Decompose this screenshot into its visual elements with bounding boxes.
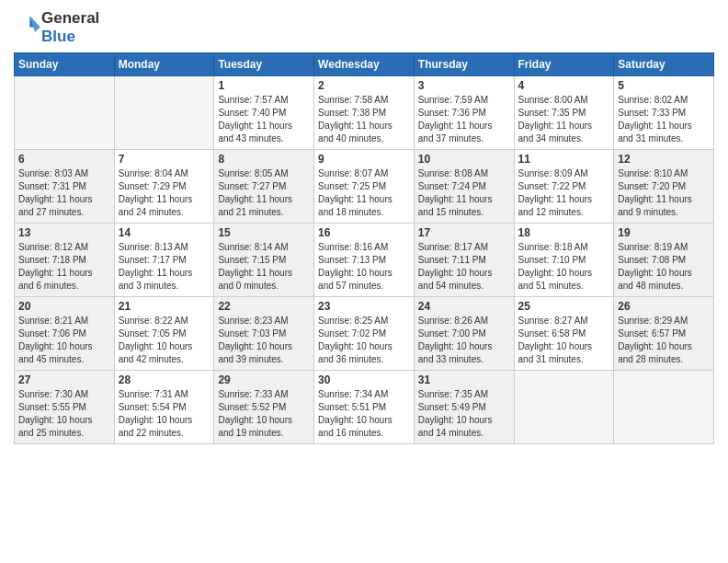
calendar-cell: 14Sunrise: 8:13 AM Sunset: 7:17 PM Dayli… xyxy=(114,224,214,297)
day-number: 8 xyxy=(218,153,310,166)
calendar-cell xyxy=(15,76,115,150)
calendar-cell: 4Sunrise: 8:00 AM Sunset: 7:35 PM Daylig… xyxy=(514,76,614,150)
calendar-cell: 10Sunrise: 8:08 AM Sunset: 7:24 PM Dayli… xyxy=(414,150,514,224)
day-number: 22 xyxy=(218,300,310,313)
calendar-cell: 17Sunrise: 8:17 AM Sunset: 7:11 PM Dayli… xyxy=(414,224,514,297)
day-info: Sunrise: 8:10 AM Sunset: 7:20 PM Dayligh… xyxy=(618,167,710,219)
day-number: 7 xyxy=(119,153,210,166)
day-info: Sunrise: 8:17 AM Sunset: 7:11 PM Dayligh… xyxy=(418,241,510,293)
page-header: General Blue xyxy=(14,9,714,45)
day-number: 16 xyxy=(318,226,410,239)
day-info: Sunrise: 8:22 AM Sunset: 7:05 PM Dayligh… xyxy=(119,315,210,366)
day-info: Sunrise: 8:08 AM Sunset: 7:24 PM Dayligh… xyxy=(418,167,510,219)
day-number: 6 xyxy=(18,153,110,166)
day-number: 24 xyxy=(418,300,510,313)
calendar-cell: 6Sunrise: 8:03 AM Sunset: 7:31 PM Daylig… xyxy=(15,150,115,224)
day-info: Sunrise: 8:12 AM Sunset: 7:18 PM Dayligh… xyxy=(18,241,110,293)
day-info: Sunrise: 7:34 AM Sunset: 5:51 PM Dayligh… xyxy=(318,388,410,440)
calendar-cell: 13Sunrise: 8:12 AM Sunset: 7:18 PM Dayli… xyxy=(15,224,115,297)
calendar-cell: 18Sunrise: 8:18 AM Sunset: 7:10 PM Dayli… xyxy=(514,224,614,297)
calendar-cell: 2Sunrise: 7:58 AM Sunset: 7:38 PM Daylig… xyxy=(314,76,415,150)
calendar-cell: 5Sunrise: 8:02 AM Sunset: 7:33 PM Daylig… xyxy=(614,76,714,150)
logo-icon xyxy=(16,13,41,39)
day-number: 20 xyxy=(18,300,110,313)
day-info: Sunrise: 8:13 AM Sunset: 7:17 PM Dayligh… xyxy=(119,241,210,293)
day-info: Sunrise: 7:30 AM Sunset: 5:55 PM Dayligh… xyxy=(18,388,110,440)
calendar-week-row: 20Sunrise: 8:21 AM Sunset: 7:06 PM Dayli… xyxy=(15,297,714,371)
calendar-cell: 16Sunrise: 8:16 AM Sunset: 7:13 PM Dayli… xyxy=(314,224,415,297)
day-info: Sunrise: 7:58 AM Sunset: 7:38 PM Dayligh… xyxy=(318,94,410,145)
calendar-cell: 23Sunrise: 8:25 AM Sunset: 7:02 PM Dayli… xyxy=(314,297,415,371)
day-info: Sunrise: 7:33 AM Sunset: 5:52 PM Dayligh… xyxy=(218,388,310,440)
header-saturday: Saturday xyxy=(614,53,714,76)
day-info: Sunrise: 8:26 AM Sunset: 7:00 PM Dayligh… xyxy=(418,315,510,366)
day-number: 31 xyxy=(418,373,510,386)
day-info: Sunrise: 8:18 AM Sunset: 7:10 PM Dayligh… xyxy=(518,241,610,293)
calendar-week-row: 6Sunrise: 8:03 AM Sunset: 7:31 PM Daylig… xyxy=(15,150,714,224)
day-info: Sunrise: 8:23 AM Sunset: 7:03 PM Dayligh… xyxy=(218,315,310,366)
day-info: Sunrise: 7:35 AM Sunset: 5:49 PM Dayligh… xyxy=(418,388,510,440)
day-number: 17 xyxy=(418,226,510,239)
calendar-cell: 20Sunrise: 8:21 AM Sunset: 7:06 PM Dayli… xyxy=(15,297,115,371)
day-info: Sunrise: 8:27 AM Sunset: 6:58 PM Dayligh… xyxy=(518,315,610,366)
calendar-cell: 25Sunrise: 8:27 AM Sunset: 6:58 PM Dayli… xyxy=(514,297,614,371)
day-info: Sunrise: 8:03 AM Sunset: 7:31 PM Dayligh… xyxy=(18,167,110,219)
calendar-cell: 31Sunrise: 7:35 AM Sunset: 5:49 PM Dayli… xyxy=(414,371,514,444)
calendar-cell: 19Sunrise: 8:19 AM Sunset: 7:08 PM Dayli… xyxy=(614,224,714,297)
logo-blue: Blue xyxy=(41,28,99,46)
day-number: 3 xyxy=(418,79,510,92)
calendar-week-row: 1Sunrise: 7:57 AM Sunset: 7:40 PM Daylig… xyxy=(15,76,714,150)
calendar-cell: 11Sunrise: 8:09 AM Sunset: 7:22 PM Dayli… xyxy=(514,150,614,224)
day-number: 2 xyxy=(318,79,410,92)
calendar-header-row: SundayMondayTuesdayWednesdayThursdayFrid… xyxy=(15,53,714,76)
header-tuesday: Tuesday xyxy=(214,53,314,76)
day-number: 9 xyxy=(318,153,410,166)
header-wednesday: Wednesday xyxy=(314,53,415,76)
calendar-cell: 26Sunrise: 8:29 AM Sunset: 6:57 PM Dayli… xyxy=(614,297,714,371)
day-number: 1 xyxy=(218,79,310,92)
calendar-table: SundayMondayTuesdayWednesdayThursdayFrid… xyxy=(14,52,714,444)
header-friday: Friday xyxy=(514,53,614,76)
header-thursday: Thursday xyxy=(414,53,514,76)
day-info: Sunrise: 8:16 AM Sunset: 7:13 PM Dayligh… xyxy=(318,241,410,293)
calendar-cell: 12Sunrise: 8:10 AM Sunset: 7:20 PM Dayli… xyxy=(614,150,714,224)
calendar-week-row: 27Sunrise: 7:30 AM Sunset: 5:55 PM Dayli… xyxy=(15,371,714,444)
day-info: Sunrise: 8:02 AM Sunset: 7:33 PM Dayligh… xyxy=(618,94,710,145)
day-number: 28 xyxy=(119,373,210,386)
day-number: 13 xyxy=(18,226,110,239)
calendar-cell: 30Sunrise: 7:34 AM Sunset: 5:51 PM Dayli… xyxy=(314,371,415,444)
day-number: 4 xyxy=(518,79,610,92)
calendar-cell: 22Sunrise: 8:23 AM Sunset: 7:03 PM Dayli… xyxy=(214,297,314,371)
calendar-cell: 28Sunrise: 7:31 AM Sunset: 5:54 PM Dayli… xyxy=(114,371,214,444)
day-info: Sunrise: 8:04 AM Sunset: 7:29 PM Dayligh… xyxy=(119,167,210,219)
header-monday: Monday xyxy=(114,53,214,76)
day-info: Sunrise: 8:05 AM Sunset: 7:27 PM Dayligh… xyxy=(218,167,310,219)
day-info: Sunrise: 8:14 AM Sunset: 7:15 PM Dayligh… xyxy=(218,241,310,293)
calendar-cell: 21Sunrise: 8:22 AM Sunset: 7:05 PM Dayli… xyxy=(114,297,214,371)
calendar-cell: 1Sunrise: 7:57 AM Sunset: 7:40 PM Daylig… xyxy=(214,76,314,150)
calendar-cell xyxy=(514,371,614,444)
day-number: 19 xyxy=(618,226,710,239)
day-number: 30 xyxy=(318,373,410,386)
day-info: Sunrise: 8:00 AM Sunset: 7:35 PM Dayligh… xyxy=(518,94,610,145)
day-number: 10 xyxy=(418,153,510,166)
calendar-cell xyxy=(614,371,714,444)
day-number: 21 xyxy=(119,300,210,313)
calendar-cell: 8Sunrise: 8:05 AM Sunset: 7:27 PM Daylig… xyxy=(214,150,314,224)
day-number: 26 xyxy=(618,300,710,313)
day-info: Sunrise: 7:57 AM Sunset: 7:40 PM Dayligh… xyxy=(218,94,310,145)
day-number: 14 xyxy=(119,226,210,239)
logo-general: General xyxy=(41,9,99,28)
day-number: 25 xyxy=(518,300,610,313)
day-number: 29 xyxy=(218,373,310,386)
day-number: 11 xyxy=(518,153,610,166)
header-sunday: Sunday xyxy=(15,53,115,76)
calendar-cell: 9Sunrise: 8:07 AM Sunset: 7:25 PM Daylig… xyxy=(314,150,415,224)
calendar-cell: 29Sunrise: 7:33 AM Sunset: 5:52 PM Dayli… xyxy=(214,371,314,444)
day-number: 23 xyxy=(318,300,410,313)
calendar-cell xyxy=(114,76,214,150)
day-info: Sunrise: 8:19 AM Sunset: 7:08 PM Dayligh… xyxy=(618,241,710,293)
day-info: Sunrise: 8:07 AM Sunset: 7:25 PM Dayligh… xyxy=(318,167,410,219)
day-number: 18 xyxy=(518,226,610,239)
calendar-cell: 15Sunrise: 8:14 AM Sunset: 7:15 PM Dayli… xyxy=(214,224,314,297)
